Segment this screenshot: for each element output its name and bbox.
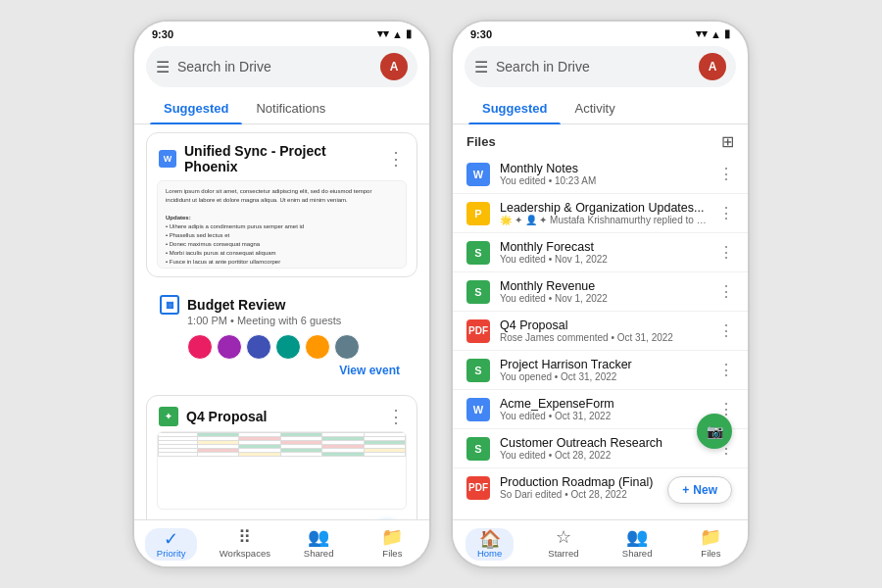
tab-activity[interactable]: Activity [561, 93, 628, 123]
file-icon-pdf-4: PDF [466, 319, 490, 343]
avatar-1[interactable]: A [380, 53, 408, 80]
starred-label: Starred [548, 548, 578, 559]
file-name-3: Monthly Revenue [500, 279, 709, 293]
budget-review-title: Budget Review [187, 297, 285, 313]
search-bar-1[interactable]: ☰ Search in Drive A [146, 46, 417, 87]
doc-more-icon[interactable]: ⋮ [387, 148, 405, 170]
search-text-2: Search in Drive [496, 59, 691, 74]
tab-notifications[interactable]: Notifications [242, 93, 339, 123]
grid-view-icon[interactable]: ⊞ [721, 132, 734, 151]
file-item-5[interactable]: S Project Harrison Tracker You opened • … [453, 351, 748, 390]
file-sub-5: You opened • Oct 31, 2022 [500, 371, 709, 382]
new-button[interactable]: + New [667, 476, 732, 504]
scroll-area-1: W Unified Sync - Project Phoenix ⋮ Lorem… [134, 124, 429, 519]
status-icons-2: ▾▾ ▲ ▮ [696, 27, 730, 40]
time-2: 9:30 [470, 28, 492, 40]
doc-card: W Unified Sync - Project Phoenix ⋮ Lorem… [146, 132, 417, 277]
file-item-0[interactable]: W Monthly Notes You edited • 10:23 AM ⋮ [453, 155, 748, 194]
shared-icon-2: 👥 [626, 528, 648, 546]
file-icon-slides-1: P [466, 202, 490, 225]
meeting-sub: 1:00 PM • Meeting with 6 guests [187, 315, 404, 326]
bottom-nav-2: 🏠 Home ☆ Starred 👥 Shared 📁 Files [453, 519, 748, 566]
file-more-0[interactable]: ⋮ [718, 165, 734, 183]
starred-icon: ☆ [556, 528, 571, 546]
file-item-2[interactable]: S Monthly Forecast You edited • Nov 1, 2… [453, 233, 748, 272]
hamburger-icon[interactable]: ☰ [156, 58, 170, 76]
nav-files-2[interactable]: 📁 Files [674, 520, 748, 566]
sheet-card: ✦ Q4 Proposal ⋮ [146, 395, 417, 519]
view-event-link[interactable]: View event [160, 364, 404, 377]
battery-icon-2: ▮ [724, 27, 730, 40]
sheet-card-title: Q4 Proposal [186, 409, 379, 424]
file-meta-7: Customer Outreach Research You edited • … [500, 436, 709, 461]
tabs-1: Suggested Notifications [134, 93, 429, 124]
file-icon-sheets-5: S [466, 359, 490, 382]
nav-shared-1[interactable]: 👥 Shared [282, 520, 356, 566]
tabs-2: Suggested Activity [453, 93, 748, 124]
file-sub-4: Rose James commented • Oct 31, 2022 [500, 332, 709, 343]
sheet-preview [157, 431, 407, 510]
nav-workspaces[interactable]: ⠿ Workspaces [208, 520, 281, 566]
new-plus-icon: + [682, 483, 689, 497]
file-icon-docs-6: W [466, 398, 490, 421]
guest-avatar-2 [217, 334, 242, 360]
signal-icon: ▾▾ [377, 27, 389, 40]
search-bar-2[interactable]: ☰ Search in Drive A [465, 46, 736, 87]
file-meta-1: Leadership & Organization Updates... 🌟 ✦… [500, 201, 709, 225]
file-more-1[interactable]: ⋮ [718, 204, 734, 222]
status-icons-1: ▾▾ ▲ ▮ [377, 27, 412, 40]
file-sub-1: 🌟 ✦ 👤 ✦ Mustafa Krishnamurthy replied to… [500, 215, 709, 225]
status-bar-2: 9:30 ▾▾ ▲ ▮ [453, 22, 748, 42]
hamburger-icon-2[interactable]: ☰ [474, 58, 488, 76]
nav-shared-2[interactable]: 👥 Shared [601, 520, 674, 566]
nav-files-1[interactable]: 📁 Files [356, 520, 429, 566]
shared-label-1: Shared [304, 548, 334, 559]
sheet-icon: ✦ [159, 407, 178, 426]
file-item-3[interactable]: S Monthly Revenue You edited • Nov 1, 20… [453, 272, 748, 312]
file-name-4: Q4 Proposal [500, 318, 709, 332]
sheet-card-header: ✦ Q4 Proposal ⋮ [147, 396, 416, 431]
files-header: Files ⊞ [453, 124, 748, 155]
files-label-1: Files [382, 548, 402, 559]
file-icon-pdf-8: PDF [466, 476, 490, 500]
home-icon: 🏠 [479, 530, 501, 548]
phone-2: 9:30 ▾▾ ▲ ▮ ☰ Search in Drive A Suggeste… [451, 20, 750, 568]
file-more-2[interactable]: ⋮ [718, 243, 734, 262]
file-name-1: Leadership & Organization Updates... [500, 201, 709, 215]
nav-starred[interactable]: ☆ Starred [526, 520, 600, 566]
avatar-2[interactable]: A [699, 53, 726, 80]
file-icon-sheets-3: S [466, 280, 490, 304]
file-name-2: Monthly Forecast [500, 240, 709, 254]
search-text-1: Search in Drive [177, 59, 372, 74]
wifi-icon-2: ▲ [710, 28, 721, 40]
calendar-card: ▦ Budget Review 1:00 PM • Meeting with 6… [146, 285, 417, 387]
guest-avatar-3 [246, 334, 271, 360]
doc-icon: W [159, 150, 176, 168]
file-meta-0: Monthly Notes You edited • 10:23 AM [500, 162, 709, 186]
file-icon-sheets-7: S [466, 437, 490, 461]
shared-icon-1: 👥 [308, 528, 329, 546]
file-sub-7: You edited • Oct 28, 2022 [500, 450, 709, 461]
calendar-icon: ▦ [160, 295, 179, 315]
file-more-5[interactable]: ⋮ [718, 361, 734, 379]
nav-home[interactable]: 🏠 Home [453, 520, 526, 566]
priority-icon: ✓ [164, 530, 178, 548]
files-icon-1: 📁 [381, 528, 403, 546]
workspaces-icon: ⠿ [238, 528, 251, 546]
nav-priority[interactable]: ✓ Priority [134, 520, 208, 566]
file-item-4[interactable]: PDF Q4 Proposal Rose James commented • O… [453, 312, 748, 351]
file-more-4[interactable]: ⋮ [718, 321, 734, 340]
tab-suggested-1[interactable]: Suggested [150, 93, 242, 123]
avatars-row [187, 334, 404, 360]
shared-label-2: Shared [622, 548, 653, 559]
camera-fab[interactable]: 📷 [697, 414, 732, 449]
file-name-5: Project Harrison Tracker [500, 358, 709, 371]
file-item-1[interactable]: P Leadership & Organization Updates... 🌟… [453, 194, 748, 233]
file-more-3[interactable]: ⋮ [718, 282, 734, 301]
file-icon-sheets-2: S [466, 241, 490, 265]
sheet-more-icon[interactable]: ⋮ [387, 406, 405, 427]
guest-avatar-5 [305, 334, 330, 360]
tab-suggested-2[interactable]: Suggested [468, 93, 561, 123]
guest-avatar-6 [334, 334, 360, 360]
files-section-label: Files [466, 134, 496, 149]
